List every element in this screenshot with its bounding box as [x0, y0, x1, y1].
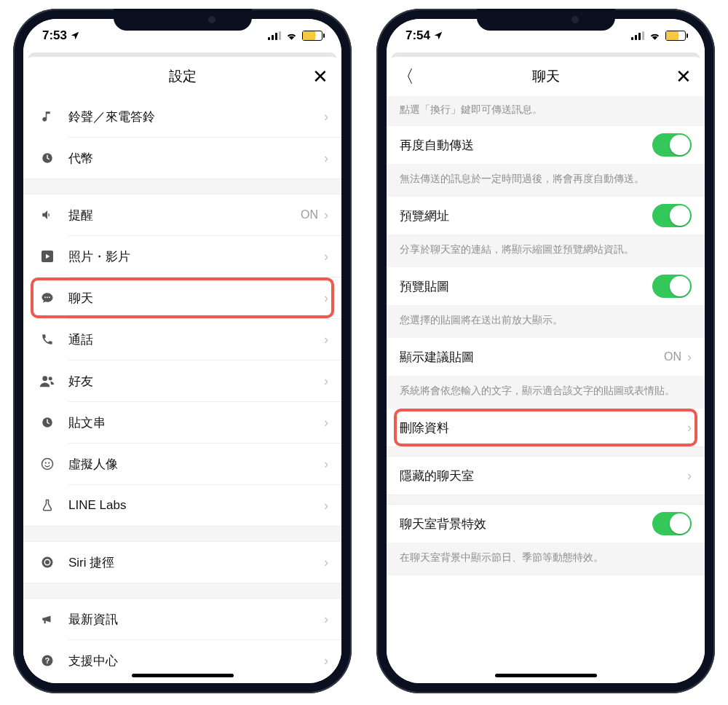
wifi-icon [649, 31, 661, 40]
row-label: 最新資訊 [68, 611, 324, 628]
row-description: 系統將會依您輸入的文字，顯示適合該文字的貼圖或表情貼。 [387, 376, 705, 409]
chevron-right-icon: › [687, 420, 692, 436]
toggle-url-preview[interactable] [652, 204, 692, 227]
row-description: 無法傳送的訊息於一定時間過後，將會再度自動傳送。 [387, 164, 705, 197]
notch [114, 9, 252, 31]
screen-left: 7:53 ⚡ 設定 ✕ 鈴聲／ [23, 19, 341, 683]
row-value: ON [301, 208, 318, 221]
speaker-icon [36, 208, 58, 221]
chevron-right-icon: › [324, 374, 328, 389]
row-label: 照片・影片 [68, 248, 324, 265]
header: 〈 聊天 ✕ [387, 57, 705, 96]
row-bg-effects[interactable]: 聊天室背景特效 [387, 505, 705, 543]
row-chat[interactable]: 聊天 › [23, 277, 341, 318]
row-siri[interactable]: Siri 捷徑 › [23, 542, 341, 583]
row-label: 虛擬人像 [68, 456, 324, 473]
svg-point-4 [49, 296, 50, 298]
chevron-right-icon: › [324, 109, 328, 125]
row-label: 代幣 [68, 150, 324, 167]
row-delete-data[interactable]: 刪除資料 › [387, 409, 705, 446]
music-icon [36, 110, 58, 123]
row-coins[interactable]: 代幣 › [23, 138, 341, 178]
chat-settings-list[interactable]: 點選「換行」鍵即可傳送訊息。 再度自動傳送 無法傳送的訊息於一定時間過後，將會再… [387, 96, 705, 683]
chevron-right-icon: › [687, 350, 692, 365]
row-label: 隱藏的聊天室 [400, 468, 687, 484]
row-label: 刪除資料 [400, 420, 687, 436]
chevron-right-icon: › [324, 555, 328, 570]
header: 設定 ✕ [23, 57, 341, 96]
row-url-preview[interactable]: 預覽網址 [387, 197, 705, 235]
toggle-auto-resend[interactable] [652, 133, 692, 157]
chevron-right-icon: › [324, 498, 328, 513]
row-avatar[interactable]: 虛擬人像 › [23, 444, 341, 484]
row-label: 再度自動傳送 [400, 137, 652, 154]
home-indicator[interactable] [495, 674, 597, 677]
row-ringtone[interactable]: 鈴聲／來電答鈴 › [23, 96, 341, 137]
toggle-bg-effects[interactable] [652, 512, 692, 535]
signal-icon [631, 31, 644, 40]
status-time: 7:53 [42, 28, 67, 43]
battery-icon: ⚡ [302, 31, 323, 41]
row-label: 聊天室背景特效 [400, 516, 652, 532]
svg-point-9 [48, 462, 50, 463]
toggle-sticker-preview[interactable] [652, 275, 692, 298]
home-indicator[interactable] [132, 674, 234, 677]
chevron-right-icon: › [324, 208, 328, 223]
row-timeline[interactable]: 貼文串 › [23, 402, 341, 443]
row-label: 通話 [68, 331, 324, 348]
avatar-icon [36, 457, 58, 470]
page-title: 聊天 [532, 67, 560, 86]
row-label: 預覽網址 [400, 208, 652, 224]
row-suggest-stickers[interactable]: 顯示建議貼圖 ON › [387, 338, 705, 376]
svg-point-3 [47, 296, 48, 298]
row-sticker-preview[interactable]: 預覽貼圖 [387, 267, 705, 305]
page-title: 設定 [169, 67, 197, 86]
chevron-right-icon: › [324, 249, 328, 264]
settings-list[interactable]: 鈴聲／來電答鈴 › 代幣 › 提醒 ON › [23, 96, 341, 683]
timeline-icon [36, 416, 58, 429]
row-label: LINE Labs [68, 498, 324, 513]
section-gap [23, 526, 341, 542]
row-photos-videos[interactable]: 照片・影片 › [23, 236, 341, 277]
wifi-icon [285, 31, 298, 40]
phone-icon [36, 333, 58, 346]
location-icon [70, 31, 80, 41]
close-button[interactable]: ✕ [676, 67, 692, 86]
section-gap [387, 446, 705, 457]
chevron-right-icon: › [324, 612, 328, 627]
chevron-right-icon: › [687, 468, 692, 484]
svg-point-7 [42, 459, 53, 470]
row-auto-resend[interactable]: 再度自動傳送 [387, 126, 705, 164]
chevron-right-icon: › [324, 457, 328, 472]
phone-left: 7:53 ⚡ 設定 ✕ 鈴聲／ [13, 9, 352, 693]
row-label: 好友 [68, 373, 324, 390]
battery-icon: ⚡ [665, 31, 686, 41]
chevron-right-icon: › [324, 653, 328, 669]
back-button[interactable]: 〈 [397, 68, 414, 85]
notch [477, 9, 615, 31]
row-label: 支援中心 [68, 653, 324, 669]
row-labs[interactable]: LINE Labs › [23, 485, 341, 526]
close-button[interactable]: ✕ [312, 67, 328, 86]
row-label: 顯示建議貼圖 [400, 349, 664, 366]
row-notifications[interactable]: 提醒 ON › [23, 194, 341, 235]
row-hidden-chats[interactable]: 隱藏的聊天室 › [387, 457, 705, 495]
chevron-right-icon: › [324, 415, 328, 430]
row-label: 鈴聲／來電答鈴 [68, 109, 324, 125]
friends-icon [36, 374, 58, 387]
row-label: 貼文串 [68, 414, 324, 431]
row-calls[interactable]: 通話 › [23, 319, 341, 360]
svg-point-10 [42, 557, 53, 568]
row-friends[interactable]: 好友 › [23, 361, 341, 401]
row-news[interactable]: 最新資訊 › [23, 599, 341, 639]
section-gap [387, 495, 705, 505]
hint-text: 點選「換行」鍵即可傳送訊息。 [387, 96, 705, 126]
siri-icon [36, 556, 58, 569]
row-description: 在聊天室背景中顯示節日、季節等動態特效。 [387, 543, 705, 575]
row-label: 聊天 [68, 290, 324, 307]
row-description: 分享於聊天室的連結，將顯示縮圖並預覽網站資訊。 [387, 235, 705, 267]
chevron-right-icon: › [324, 291, 328, 306]
status-time: 7:54 [405, 28, 430, 43]
row-label: Siri 捷徑 [68, 554, 324, 571]
row-label: 預覽貼圖 [400, 278, 652, 295]
